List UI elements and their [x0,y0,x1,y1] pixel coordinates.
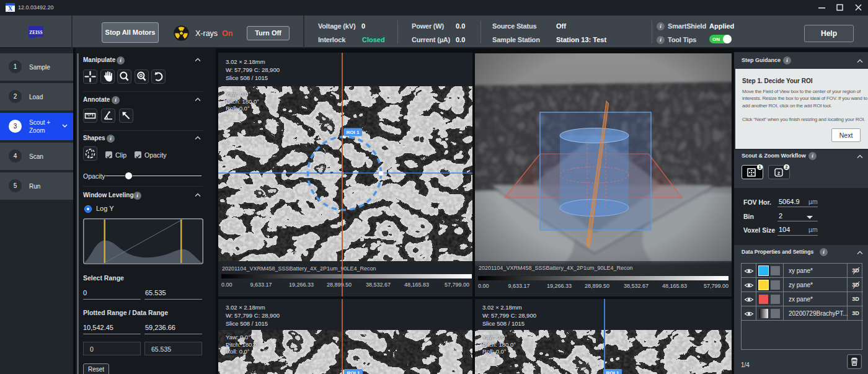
svg-text:ZEISS: ZEISS [29,30,42,35]
svg-text:ROI 1: ROI 1 [347,370,360,374]
svg-text:X: X [8,5,13,12]
svg-text:ROI 1: ROI 1 [606,370,619,374]
svg-text:z: z [777,170,781,176]
svg-text:ROI 1: ROI 1 [347,130,360,135]
